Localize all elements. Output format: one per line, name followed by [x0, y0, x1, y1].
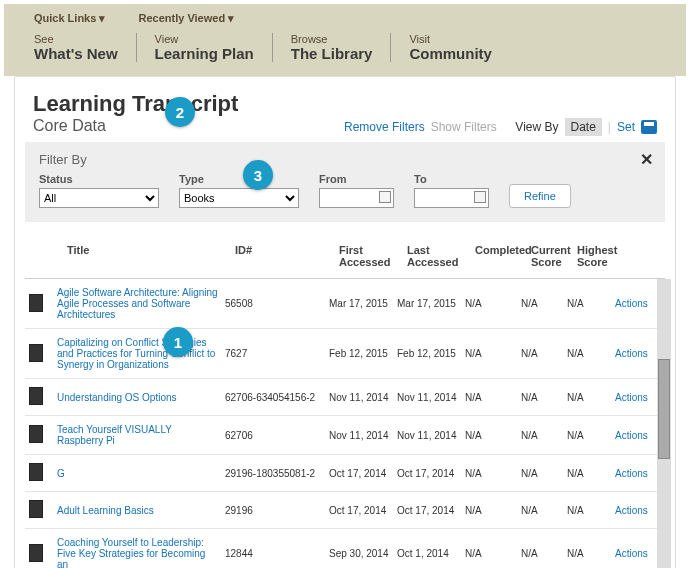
- row-completed: N/A: [465, 348, 521, 359]
- row-highest-score: N/A: [567, 348, 615, 359]
- row-highest-score: N/A: [567, 298, 615, 309]
- row-completed: N/A: [465, 430, 521, 441]
- status-label: Status: [39, 173, 159, 185]
- row-current-score: N/A: [521, 298, 567, 309]
- to-date-input[interactable]: [414, 188, 489, 208]
- book-icon: [29, 544, 43, 562]
- type-select[interactable]: Books: [179, 188, 299, 208]
- nav-learning-plan[interactable]: View Learning Plan: [136, 33, 272, 62]
- row-title-link[interactable]: Teach Yourself VISUALLY Raspberry Pi: [57, 424, 225, 446]
- row-last-accessed: Oct 1, 2014: [397, 548, 465, 559]
- set-link[interactable]: Set: [617, 120, 635, 134]
- transcript-panel: Learning Transcript Core Data Remove Fil…: [14, 76, 676, 568]
- row-current-score: N/A: [521, 392, 567, 403]
- col-id[interactable]: ID#: [235, 244, 339, 268]
- row-first-accessed: Sep 30, 2014: [329, 548, 397, 559]
- col-title[interactable]: Title: [67, 244, 235, 268]
- table-row: G29196-180355081-2Oct 17, 2014Oct 17, 20…: [25, 455, 665, 492]
- from-date-input[interactable]: [319, 188, 394, 208]
- view-by-date-button[interactable]: Date: [565, 118, 602, 136]
- nav-whats-new[interactable]: See What's New: [34, 33, 136, 62]
- refine-button[interactable]: Refine: [509, 184, 571, 208]
- row-id: 56508: [225, 298, 329, 309]
- type-label: Type: [179, 173, 299, 185]
- row-first-accessed: Nov 11, 2014: [329, 392, 397, 403]
- row-last-accessed: Oct 17, 2014: [397, 505, 465, 516]
- row-actions-link[interactable]: Actions: [615, 548, 645, 559]
- row-actions-link[interactable]: Actions: [615, 392, 645, 403]
- row-completed: N/A: [465, 505, 521, 516]
- row-actions-link[interactable]: Actions: [615, 298, 645, 309]
- row-id: 29196-180355081-2: [225, 468, 329, 479]
- row-last-accessed: Feb 12, 2015: [397, 348, 465, 359]
- row-id: 62706-634054156-2: [225, 392, 329, 403]
- row-current-score: N/A: [521, 348, 567, 359]
- row-title-link[interactable]: Agile Software Architecture: Aligning Ag…: [57, 287, 225, 320]
- book-icon: [29, 344, 43, 362]
- row-actions-link[interactable]: Actions: [615, 505, 645, 516]
- row-current-score: N/A: [521, 430, 567, 441]
- recently-viewed-menu[interactable]: Recently Viewed ▾: [138, 12, 234, 25]
- status-select[interactable]: All: [39, 188, 159, 208]
- row-first-accessed: Feb 12, 2015: [329, 348, 397, 359]
- quick-links-menu[interactable]: Quick Links ▾: [34, 12, 105, 25]
- main-nav: See What's New View Learning Plan Browse…: [34, 25, 656, 72]
- row-actions-link[interactable]: Actions: [615, 468, 645, 479]
- print-icon[interactable]: [641, 120, 657, 134]
- top-bar: Quick Links ▾ Recently Viewed ▾ See What…: [4, 4, 686, 76]
- table-body: 1 Agile Software Architecture: Aligning …: [25, 279, 665, 568]
- col-current-score[interactable]: Current Score: [531, 244, 577, 268]
- row-title-link[interactable]: Adult Learning Basics: [57, 505, 225, 516]
- calendar-icon[interactable]: [474, 191, 486, 203]
- row-last-accessed: Nov 11, 2014: [397, 430, 465, 441]
- show-filters-link: Show Filters: [431, 120, 497, 134]
- calendar-icon[interactable]: [379, 191, 391, 203]
- table-row: Adult Learning Basics29196Oct 17, 2014Oc…: [25, 492, 665, 529]
- row-title-link[interactable]: Coaching Yourself to Leadership: Five Ke…: [57, 537, 225, 568]
- nav-community[interactable]: Visit Community: [390, 33, 510, 62]
- view-by-label: View By: [515, 120, 558, 134]
- row-last-accessed: Nov 11, 2014: [397, 392, 465, 403]
- row-actions-link[interactable]: Actions: [615, 430, 645, 441]
- col-first-accessed[interactable]: First Accessed: [339, 244, 407, 268]
- row-last-accessed: Mar 17, 2015: [397, 298, 465, 309]
- row-first-accessed: Mar 17, 2015: [329, 298, 397, 309]
- table-header: Title ID# First Accessed Last Accessed C…: [25, 236, 665, 279]
- page-subtitle: Core Data: [33, 117, 106, 135]
- book-icon: [29, 294, 43, 312]
- close-filter-icon[interactable]: ✕: [640, 150, 653, 169]
- book-icon: [29, 463, 43, 481]
- row-actions-link[interactable]: Actions: [615, 348, 645, 359]
- row-highest-score: N/A: [567, 468, 615, 479]
- row-title-link[interactable]: G: [57, 468, 225, 479]
- nav-library[interactable]: Browse The Library: [272, 33, 391, 62]
- filter-bar: Filter By ✕ Status All Type Books From T…: [25, 142, 665, 222]
- row-id: 29196: [225, 505, 329, 516]
- row-completed: N/A: [465, 548, 521, 559]
- row-completed: N/A: [465, 468, 521, 479]
- row-id: 7627: [225, 348, 329, 359]
- table-row: Agile Software Architecture: Aligning Ag…: [25, 279, 665, 329]
- col-highest-score[interactable]: Highest Score: [577, 244, 625, 268]
- book-icon: [29, 425, 43, 443]
- row-id: 62706: [225, 430, 329, 441]
- remove-filters-link[interactable]: Remove Filters: [344, 120, 425, 134]
- row-id: 12844: [225, 548, 329, 559]
- row-first-accessed: Oct 17, 2014: [329, 468, 397, 479]
- page-title: Learning Transcript: [33, 91, 657, 117]
- callout-1: 1: [163, 327, 193, 357]
- from-label: From: [319, 173, 394, 185]
- to-label: To: [414, 173, 489, 185]
- row-last-accessed: Oct 17, 2014: [397, 468, 465, 479]
- scrollbar-thumb[interactable]: [658, 359, 670, 459]
- row-title-link[interactable]: Understanding OS Options: [57, 392, 225, 403]
- row-title-link[interactable]: Capitalizing on Conflict Strategies and …: [57, 337, 225, 370]
- col-completed[interactable]: Completed: [475, 244, 531, 268]
- table-row: Capitalizing on Conflict Strategies and …: [25, 329, 665, 379]
- col-last-accessed[interactable]: Last Accessed: [407, 244, 475, 268]
- table-row: Teach Yourself VISUALLY Raspberry Pi6270…: [25, 416, 665, 455]
- row-highest-score: N/A: [567, 430, 615, 441]
- row-highest-score: N/A: [567, 548, 615, 559]
- row-current-score: N/A: [521, 468, 567, 479]
- table-row: Coaching Yourself to Leadership: Five Ke…: [25, 529, 665, 568]
